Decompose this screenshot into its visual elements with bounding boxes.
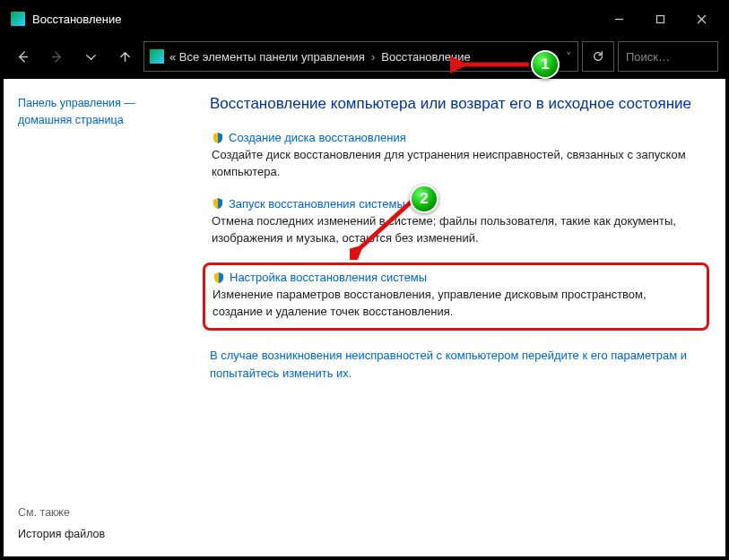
window-title: Восстановление <box>32 13 598 26</box>
refresh-button[interactable] <box>582 41 614 72</box>
option-desc: Создайте диск восстановления для устране… <box>212 147 706 181</box>
option-desc: Отмена последних изменений в системе; фа… <box>212 213 706 247</box>
sidebar-history-link[interactable]: История файлов <box>18 528 187 540</box>
option-link[interactable]: Создание диска восстановления <box>229 131 406 144</box>
annotation-badge-1: 1 <box>531 50 560 79</box>
recent-dropdown[interactable] <box>75 41 106 72</box>
option-start-system-restore: Запуск восстановления системы Отмена пос… <box>210 197 706 247</box>
option-desc: Изменение параметров восстановления, упр… <box>213 287 699 321</box>
troubleshoot-link[interactable]: В случае возникновения неисправностей с … <box>210 347 706 382</box>
breadcrumb-level1[interactable]: Все элементы панели управления <box>179 50 365 64</box>
search-input[interactable]: Поиск… <box>618 41 718 72</box>
shield-icon <box>213 271 225 284</box>
sidebar: Панель управления — домашняя страница См… <box>4 79 201 556</box>
shield-icon <box>212 197 224 210</box>
svg-line-7 <box>357 201 412 251</box>
annotation-badge-2: 2 <box>410 185 438 213</box>
option-configure-system-restore: Настройка восстановления системы Изменен… <box>203 263 709 331</box>
breadcrumb-prefix: « <box>169 50 176 64</box>
option-link[interactable]: Настройка восстановления системы <box>230 271 427 284</box>
annotation-arrow-1 <box>450 54 531 75</box>
page-heading: Восстановление компьютера или возврат ег… <box>210 95 706 113</box>
app-icon <box>11 12 25 26</box>
see-also-label: См. также <box>18 506 187 519</box>
titlebar: Восстановление <box>4 4 725 34</box>
cpl-icon <box>150 49 164 64</box>
forward-button[interactable] <box>41 41 72 72</box>
sidebar-home-link[interactable]: Панель управления — домашняя страница <box>18 95 187 129</box>
content-area: Панель управления — домашняя страница См… <box>4 79 725 556</box>
option-create-recovery-drive: Создание диска восстановления Создайте д… <box>210 131 706 181</box>
main-panel: Восстановление компьютера или возврат ег… <box>201 79 725 556</box>
up-button[interactable] <box>109 41 140 72</box>
search-placeholder: Поиск… <box>626 50 670 64</box>
annotation-arrow-2 <box>350 197 420 260</box>
close-button[interactable] <box>681 4 722 34</box>
maximize-button[interactable] <box>639 4 681 34</box>
minimize-button[interactable] <box>598 4 639 34</box>
svg-rect-1 <box>656 15 664 22</box>
toolbar: « Все элементы панели управления › Восст… <box>4 34 725 79</box>
back-button[interactable] <box>7 41 38 72</box>
chevron-right-icon: › <box>371 50 375 64</box>
chevron-down-icon[interactable]: ˅ <box>566 50 572 64</box>
shield-icon <box>212 132 224 144</box>
